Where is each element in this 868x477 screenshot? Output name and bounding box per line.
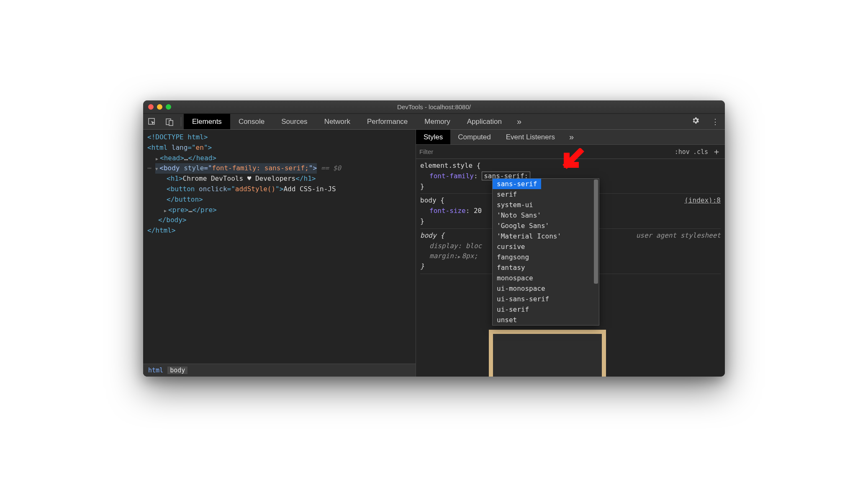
option-fantasy[interactable]: fantasy xyxy=(493,262,599,273)
tab-network[interactable]: Network xyxy=(316,114,359,129)
breadcrumb: html body xyxy=(143,364,416,377)
kebab-menu-icon[interactable]: ⋮ xyxy=(706,117,725,126)
subtab-event-listeners[interactable]: Event Listeners xyxy=(498,130,562,144)
option-fangsong[interactable]: fangsong xyxy=(493,252,599,262)
source-link[interactable]: (index):8 xyxy=(684,195,721,206)
doctype: <!DOCTYPE html> xyxy=(147,133,208,141)
annotation-arrow-icon xyxy=(559,148,585,176)
tab-sources[interactable]: Sources xyxy=(273,114,316,129)
tab-memory[interactable]: Memory xyxy=(416,114,458,129)
tabs-overflow-icon[interactable]: » xyxy=(510,117,528,126)
option-monospace[interactable]: monospace xyxy=(493,273,599,283)
subtabs-overflow-icon[interactable]: » xyxy=(562,132,580,142)
settings-gear-icon[interactable] xyxy=(686,116,706,127)
option-ui-sans-serif[interactable]: ui-sans-serif xyxy=(493,294,599,304)
tab-elements[interactable]: Elements xyxy=(184,114,230,129)
option-cursive[interactable]: cursive xyxy=(493,241,599,252)
zoom-icon[interactable] xyxy=(166,104,171,110)
tab-application[interactable]: Application xyxy=(459,114,510,129)
hov-toggle[interactable]: :hov xyxy=(675,148,690,156)
styles-pane: Styles Computed Event Listeners » :hov .… xyxy=(416,130,725,377)
subtab-computed[interactable]: Computed xyxy=(450,130,498,144)
body-node-selected[interactable]: ⋯ <body style="font-family: sans-serif;"… xyxy=(147,163,411,174)
box-model xyxy=(489,326,606,377)
close-icon[interactable] xyxy=(148,104,154,110)
dom-tree[interactable]: <!DOCTYPE html> <html lang="en"> <head>…… xyxy=(143,130,416,364)
option-material-icons[interactable]: 'Material Icons' xyxy=(493,231,599,241)
cls-toggle[interactable]: .cls xyxy=(693,148,708,156)
breadcrumb-item-current[interactable]: body xyxy=(167,367,187,374)
tab-performance[interactable]: Performance xyxy=(359,114,416,129)
inspect-icon[interactable] xyxy=(143,118,161,126)
sub-tabs: Styles Computed Event Listeners » xyxy=(416,130,725,145)
tab-console[interactable]: Console xyxy=(230,114,273,129)
main-toolbar: Elements Console Sources Network Perform… xyxy=(143,114,725,130)
option-serif[interactable]: serif xyxy=(493,189,599,200)
elements-pane: <!DOCTYPE html> <html lang="en"> <head>…… xyxy=(143,130,416,377)
devtools-window: DevTools - localhost:8080/ Elements Cons… xyxy=(143,100,725,377)
filter-input[interactable] xyxy=(419,148,671,155)
option-ui-serif[interactable]: ui-serif xyxy=(493,304,599,315)
autocomplete-dropdown[interactable]: sans-serif serif system-ui 'Noto Sans' '… xyxy=(492,178,599,326)
option-system-ui[interactable]: system-ui xyxy=(493,200,599,210)
main-tabs: Elements Console Sources Network Perform… xyxy=(184,114,510,129)
option-sans-serif[interactable]: sans-serif xyxy=(493,179,541,189)
window-title: DevTools - localhost:8080/ xyxy=(143,103,725,110)
breadcrumb-item[interactable]: html xyxy=(148,367,163,374)
option-ui-monospace[interactable]: ui-monospace xyxy=(493,283,599,294)
svg-rect-2 xyxy=(169,121,173,126)
option-google-sans[interactable]: 'Google Sans' xyxy=(493,221,599,231)
device-toggle-icon[interactable] xyxy=(161,118,178,126)
dropdown-scrollbar[interactable] xyxy=(594,180,598,324)
option-unset[interactable]: unset xyxy=(493,315,599,325)
add-rule-icon[interactable]: ＋ xyxy=(712,146,721,157)
subtab-styles[interactable]: Styles xyxy=(416,130,450,144)
minimize-icon[interactable] xyxy=(157,104,162,110)
ua-source: user agent stylesheet xyxy=(636,231,721,241)
option-noto-sans[interactable]: 'Noto Sans' xyxy=(493,210,599,221)
titlebar: DevTools - localhost:8080/ xyxy=(143,100,725,114)
traffic-lights xyxy=(143,104,171,110)
